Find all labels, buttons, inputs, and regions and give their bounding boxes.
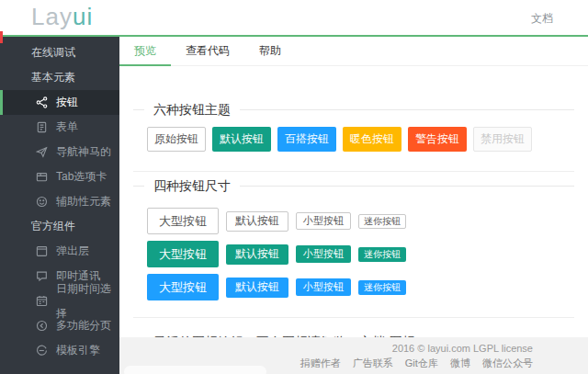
sidebar-item-pagination[interactable]: 多功能分页 <box>0 313 119 338</box>
default-size-button[interactable]: 默认按钮 <box>226 244 288 265</box>
template-icon <box>35 345 48 357</box>
send-icon <box>35 146 48 159</box>
app-logo: Layui <box>31 3 93 31</box>
sidebar-item-label: 导航神马的 <box>56 140 111 164</box>
sidebar-item-form[interactable]: 表单 <box>0 115 119 140</box>
sidebar-item-datetime[interactable]: 日期时间选择 <box>0 289 119 313</box>
size-row-green: 大型按钮 默认按钮 小型按钮 迷你按钮 <box>147 241 588 267</box>
copyright-text: 2016 © layui.com LGPL license <box>119 343 533 354</box>
primitive-button[interactable]: 原始按钮 <box>147 127 206 152</box>
mini-button[interactable]: 迷你按钮 <box>358 247 406 262</box>
sidebar-item-label: 多功能分页 <box>56 313 111 338</box>
section-title-sizes: 四种按钮尺寸 <box>144 178 240 195</box>
footer-link-donate[interactable]: 捐赠作者 <box>300 357 341 368</box>
section-divider <box>133 317 574 318</box>
sidebar-menu: 在线调试 基本元素 按钮 表单 导航神马的 Tab选项卡 辅助性元素 官方组件 … <box>0 37 119 363</box>
theme-buttons-row: 原始按钮 默认按钮 百搭按钮 暖色按钮 警告按钮 禁用按钮 <box>147 127 588 152</box>
default-size-button[interactable]: 默认按钮 <box>226 278 288 298</box>
section-themes: 六种按钮主题 <box>133 109 574 110</box>
chat-icon <box>35 270 48 283</box>
mini-button[interactable]: 迷你按钮 <box>358 280 406 295</box>
section-title-themes: 六种按钮主题 <box>144 102 240 119</box>
tab-bar: 预览 查看代码 帮助 <box>119 37 588 66</box>
app-header: Layui 文档 <box>0 0 588 35</box>
preview-page: 六种按钮主题 原始按钮 默认按钮 百搭按钮 暖色按钮 警告按钮 禁用按钮 四种按… <box>119 109 588 374</box>
sidebar-item-label: 辅助性元素 <box>56 189 111 214</box>
large-button[interactable]: 大型按钮 <box>147 208 219 234</box>
sidebar-item-template-engine[interactable]: 模板引擎 <box>0 338 119 363</box>
section-divider <box>133 171 574 172</box>
sidebar-item-nav[interactable]: 导航神马的 <box>0 140 119 164</box>
logo-text-ui: ui <box>73 3 93 30</box>
sidebar-item-label: Tab选项卡 <box>56 164 107 189</box>
danger-button[interactable]: 警告按钮 <box>408 127 467 152</box>
warm-button[interactable]: 暖色按钮 <box>343 127 401 152</box>
tab-view-code[interactable]: 查看代码 <box>171 37 244 65</box>
sidebar-item-label: 按钮 <box>56 90 78 115</box>
footer-link-wechat[interactable]: 微信公众号 <box>482 357 533 368</box>
small-button[interactable]: 小型按钮 <box>296 245 351 263</box>
sidebar-item-layer[interactable]: 弹出层 <box>0 239 119 264</box>
tab-preview[interactable]: 预览 <box>119 37 171 65</box>
main-content: 预览 查看代码 帮助 六种按钮主题 原始按钮 默认按钮 百搭按钮 暖色按钮 警告… <box>119 37 588 374</box>
default-size-button[interactable]: 默认按钮 <box>226 211 288 232</box>
footer-link-ads[interactable]: 广告联系 <box>353 357 393 368</box>
sidebar-item-tab[interactable]: Tab选项卡 <box>0 164 119 189</box>
sidebar: 在线调试 基本元素 按钮 表单 导航神马的 Tab选项卡 辅助性元素 官方组件 … <box>0 37 119 374</box>
smile-icon <box>35 196 48 209</box>
default-button[interactable]: 默认按钮 <box>212 127 271 152</box>
sidebar-section-basic-elements: 基本元素 <box>0 65 119 90</box>
red-edge-marker <box>0 31 3 43</box>
footer-pill-shape <box>124 366 266 374</box>
page-footer: 2016 © layui.com LGPL license 捐赠作者 广告联系 … <box>119 337 588 374</box>
size-row-primitive: 大型按钮 默认按钮 小型按钮 迷你按钮 <box>147 208 588 234</box>
sidebar-item-label: 表单 <box>56 115 78 140</box>
tab-help[interactable]: 帮助 <box>244 37 296 65</box>
doc-nav-link[interactable]: 文档 <box>531 11 553 27</box>
form-icon <box>35 121 48 134</box>
normal-button[interactable]: 百搭按钮 <box>277 127 336 152</box>
large-button[interactable]: 大型按钮 <box>147 274 219 300</box>
small-button[interactable]: 小型按钮 <box>296 212 351 230</box>
footer-link-git[interactable]: Git仓库 <box>405 357 438 368</box>
share-icon <box>35 96 48 109</box>
small-button[interactable]: 小型按钮 <box>296 278 351 296</box>
mini-button[interactable]: 迷你按钮 <box>358 214 406 229</box>
tab-icon <box>35 171 48 184</box>
logo-text-lay: Lay <box>31 3 73 30</box>
large-button[interactable]: 大型按钮 <box>147 241 219 267</box>
section-sizes: 四种按钮尺寸 <box>133 186 574 187</box>
pagination-icon <box>35 320 48 333</box>
sidebar-item-auxiliary[interactable]: 辅助性元素 <box>0 189 119 214</box>
size-row-blue: 大型按钮 默认按钮 小型按钮 迷你按钮 <box>147 274 588 300</box>
footer-link-weibo[interactable]: 微博 <box>450 357 470 368</box>
sidebar-section-online-debug: 在线调试 <box>0 40 119 65</box>
disabled-button: 禁用按钮 <box>473 127 532 152</box>
sidebar-item-button[interactable]: 按钮 <box>0 90 119 115</box>
header-accent-line <box>0 35 588 37</box>
layer-icon <box>35 245 48 258</box>
calendar-icon <box>35 295 48 308</box>
sidebar-item-label: 模板引擎 <box>56 338 100 363</box>
sidebar-section-official-components: 官方组件 <box>0 214 119 239</box>
sidebar-item-label: 弹出层 <box>56 239 89 264</box>
